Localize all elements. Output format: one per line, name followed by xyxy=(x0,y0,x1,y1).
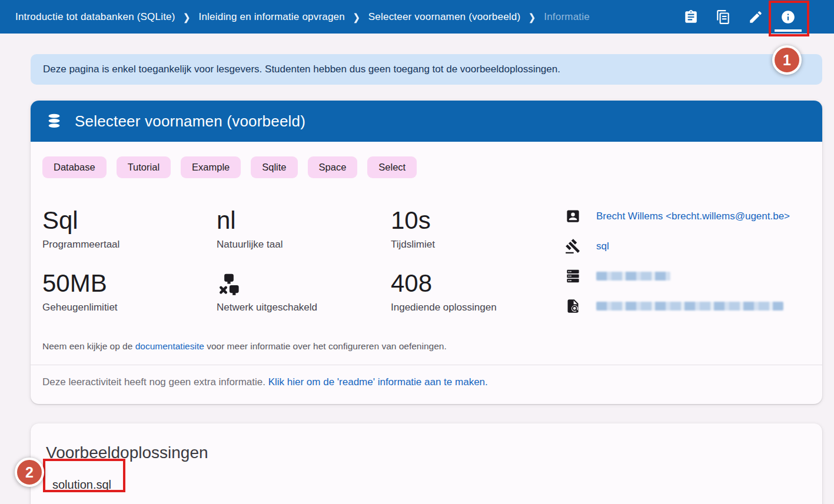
repository-link-redacted[interactable] xyxy=(596,272,670,281)
breadcrumb-current-page: Informatie xyxy=(544,11,590,23)
stat-value: Sql xyxy=(42,205,217,234)
breadcrumb-exercise[interactable]: Selecteer voornamen (voorbeeld) xyxy=(368,11,521,23)
breadcrumb-series[interactable]: Inleiding en informatie opvragen xyxy=(199,11,345,23)
stat-natural-language: nl Natuurlijke taal xyxy=(217,205,391,251)
documentation-note: Neem een kijkje op de documentatiesite v… xyxy=(31,314,822,365)
gavel-icon xyxy=(565,238,581,254)
breadcrumb: Introductie tot databanken (SQLite) ❯ In… xyxy=(15,11,590,23)
stat-memory-limit: 50MB Geheugenlimitiet xyxy=(42,268,217,314)
stat-label: Geheugenlimitiet xyxy=(42,302,217,313)
tag-chip[interactable]: Sqlite xyxy=(251,156,297,178)
tag-chip[interactable]: Space xyxy=(308,156,358,178)
annotation-badge-2: 2 xyxy=(15,458,44,487)
tag-chip[interactable]: Tutorial xyxy=(117,156,171,178)
stats-grid: Sql Programmeertaal nl Natuurlijke taal … xyxy=(42,205,565,314)
exercise-card-header: Selecteer voornamen (voorbeeld) xyxy=(31,101,822,142)
chevron-right-icon: ❯ xyxy=(353,11,360,22)
file-search-icon xyxy=(565,298,581,314)
annotation-box-info-icon xyxy=(769,1,809,36)
solutions-title: Voorbeeldoplossingen xyxy=(31,423,822,462)
stat-value: 408 xyxy=(391,268,565,297)
filepath-redacted[interactable] xyxy=(596,302,783,311)
exercise-title: Selecteer voornamen (voorbeeld) xyxy=(75,112,305,131)
solutions-card: Voorbeeldoplossingen solution.sql xyxy=(31,423,822,504)
readme-note-text: Deze leeractiviteit heeft nog geen extra… xyxy=(42,376,268,388)
tag-chip[interactable]: Database xyxy=(42,156,107,178)
author-row: Brecht Willems <brecht.willems@ugent.be> xyxy=(565,208,807,224)
stat-label: Netwerk uitgeschakeld xyxy=(217,302,391,313)
stat-label: Natuurlijke taal xyxy=(217,239,391,251)
annotation-badge-1: 1 xyxy=(772,45,802,75)
stat-programming-language: Sql Programmeertaal xyxy=(42,205,217,251)
pencil-icon[interactable] xyxy=(742,0,770,34)
database-icon xyxy=(46,113,62,129)
file-copy-icon[interactable] xyxy=(709,0,737,34)
network-off-icon xyxy=(217,268,391,297)
judge-link[interactable]: sql xyxy=(596,241,609,252)
tag-list: Database Tutorial Example Sqlite Space S… xyxy=(31,142,822,178)
page: Introductie tot databanken (SQLite) ❯ In… xyxy=(0,0,834,504)
exercise-info-card: Selecteer voornamen (voorbeeld) Database… xyxy=(31,101,822,404)
tag-chip[interactable]: Select xyxy=(367,156,417,178)
person-badge-icon xyxy=(565,208,581,224)
stat-value: 50MB xyxy=(42,268,217,297)
docs-note-prefix: Neem een kijkje op de xyxy=(42,341,135,351)
stat-value: nl xyxy=(217,205,391,234)
readme-note: Deze leeractiviteit heeft nog geen extra… xyxy=(31,365,822,404)
repository-row xyxy=(565,268,807,284)
judge-row: sql xyxy=(565,238,807,254)
stat-network-disabled: Netwerk uitgeschakeld xyxy=(217,268,391,314)
stat-submissions: 408 Ingediende oplossingen xyxy=(391,268,565,314)
server-rack-icon xyxy=(565,268,581,284)
stat-label: Ingediende oplossingen xyxy=(391,302,565,313)
author-link[interactable]: Brecht Willems <brecht.willems@ugent.be> xyxy=(596,211,790,222)
exercise-stats: Sql Programmeertaal nl Natuurlijke taal … xyxy=(31,178,822,314)
annotation-box-solution-file xyxy=(43,459,125,492)
chevron-right-icon: ❯ xyxy=(184,11,191,22)
breadcrumb-course[interactable]: Introductie tot databanken (SQLite) xyxy=(15,11,175,23)
top-navigation-bar: Introductie tot databanken (SQLite) ❯ In… xyxy=(0,0,834,34)
create-readme-link[interactable]: Klik hier om de 'readme' informatie aan … xyxy=(268,376,488,388)
stat-label: Tijdslimiet xyxy=(391,239,565,251)
tag-chip[interactable]: Example xyxy=(181,156,241,178)
documentation-link[interactable]: documentatiesite xyxy=(135,341,204,351)
chevron-right-icon: ❯ xyxy=(529,11,536,22)
exercise-meta: Brecht Willems <brecht.willems@ugent.be>… xyxy=(565,205,807,314)
teacher-only-alert: Deze pagina is enkel toegankelijk voor l… xyxy=(31,54,822,85)
stat-time-limit: 10s Tijdslimiet xyxy=(391,205,565,251)
clipboard-icon[interactable] xyxy=(677,0,705,34)
stat-label: Programmeertaal xyxy=(42,239,217,251)
docs-note-suffix: voor meer informatie over het configurer… xyxy=(204,341,447,351)
filepath-row xyxy=(565,298,807,314)
stat-value: 10s xyxy=(391,205,565,234)
